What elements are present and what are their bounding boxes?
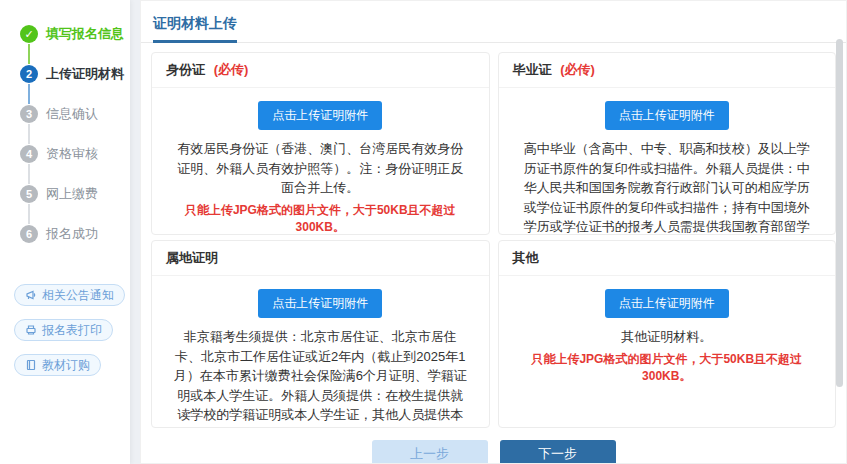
panel-header: 毕业证 (必传): [499, 53, 836, 88]
action-label: 相关公告通知: [42, 287, 114, 304]
upload-restriction-note: 只能上传JPG格式的图片文件，大于50KB且不超过300KB。: [172, 202, 469, 236]
order-textbooks-button[interactable]: 教材订购: [14, 354, 101, 376]
announcement-icon: [25, 289, 37, 301]
panel-body: 点击上传证明附件 高中毕业（含高中、中专、职高和技校）及以上学历证书原件的复印件…: [499, 88, 836, 235]
main-panel: 证明材料上传 身份证 (必传) 点击上传证明附件 有效居民身份证（香港、澳门、台…: [140, 0, 847, 464]
print-form-button[interactable]: 报名表打印: [14, 319, 113, 341]
book-icon: [25, 359, 37, 371]
action-label: 教材订购: [42, 357, 90, 374]
panel-idcard: 身份证 (必传) 点击上传证明附件 有效居民身份证（香港、澳门、台湾居民有效身份…: [151, 52, 490, 235]
panel-header: 其他: [499, 241, 836, 276]
panel-body: 点击上传证明附件 非京籍考生须提供：北京市居住证、北京市居住卡、北京市工作居住证…: [152, 276, 489, 428]
required-badge: (必传): [560, 62, 595, 77]
check-icon: ✓: [20, 25, 38, 43]
step-confirm-info: 3 信息确认: [0, 94, 130, 134]
page-title: 证明材料上传: [153, 15, 237, 43]
panel-body: 点击上传证明附件 其他证明材料。 只能上传JPG格式的图片文件，大于50KB且不…: [499, 276, 836, 385]
upload-idcard-button[interactable]: 点击上传证明附件: [258, 101, 382, 130]
panel-description: 非京籍考生须提供：北京市居住证、北京市居住卡、北京市工作居住证或近2年内（截止到…: [172, 327, 469, 428]
step-label: 网上缴费: [46, 185, 98, 203]
required-badge: (必传): [214, 62, 249, 77]
panel-header: 属地证明: [152, 241, 489, 276]
upload-other-button[interactable]: 点击上传证明附件: [605, 289, 729, 318]
scrollbar-thumb[interactable]: [836, 39, 843, 387]
upload-residence-button[interactable]: 点击上传证明附件: [258, 289, 382, 318]
panel-diploma: 毕业证 (必传) 点击上传证明附件 高中毕业（含高中、中专、职高和技校）及以上学…: [498, 52, 837, 235]
step-number: 6: [20, 225, 38, 243]
step-label: 报名成功: [46, 225, 98, 243]
prev-step-button[interactable]: 上一步: [372, 440, 488, 464]
main-header: 证明材料上传: [141, 1, 846, 43]
step-qualification-review: 4 资格审核: [0, 134, 130, 174]
panel-body: 点击上传证明附件 有效居民身份证（香港、澳门、台湾居民有效身份证明、外籍人员有效…: [152, 88, 489, 235]
step-number: 5: [20, 185, 38, 203]
step-number: 3: [20, 105, 38, 123]
step-registration-success: 6 报名成功: [0, 214, 130, 254]
step-label: 上传证明材料: [46, 65, 124, 83]
announcements-button[interactable]: 相关公告通知: [14, 284, 125, 306]
step-label: 填写报名信息: [46, 25, 124, 43]
step-number: 4: [20, 145, 38, 163]
panel-residence-proof: 属地证明 点击上传证明附件 非京籍考生须提供：北京市居住证、北京市居住卡、北京市…: [151, 240, 490, 428]
sidebar: ✓ 填写报名信息 2 上传证明材料 3 信息确认 4 资格审核 5 网上缴费 6…: [0, 0, 130, 464]
step-label: 资格审核: [46, 145, 98, 163]
panel-description: 其他证明材料。: [519, 327, 816, 347]
panel-header: 身份证 (必传): [152, 53, 489, 88]
action-label: 报名表打印: [42, 322, 102, 339]
wizard-footer: 上一步 下一步: [141, 440, 846, 464]
panel-title: 属地证明: [166, 250, 218, 265]
panel-title: 身份证: [166, 62, 205, 77]
sidebar-actions: 相关公告通知 报名表打印 教材订购: [0, 284, 130, 376]
next-step-button[interactable]: 下一步: [500, 440, 616, 464]
step-number: 2: [20, 65, 38, 83]
step-list: ✓ 填写报名信息 2 上传证明材料 3 信息确认 4 资格审核 5 网上缴费 6…: [0, 14, 130, 254]
panels-grid: 身份证 (必传) 点击上传证明附件 有效居民身份证（香港、澳门、台湾居民有效身份…: [141, 43, 846, 428]
panel-title: 其他: [513, 250, 539, 265]
panel-description: 高中毕业（含高中、中专、职高和技校）及以上学历证书原件的复印件或扫描件。外籍人员…: [519, 139, 816, 235]
step-online-payment: 5 网上缴费: [0, 174, 130, 214]
panel-description: 有效居民身份证（香港、澳门、台湾居民有效身份证明、外籍人员有效护照等）。注：身份…: [172, 139, 469, 198]
step-upload-materials: 2 上传证明材料: [0, 54, 130, 94]
upload-restriction-note: 只能上传JPG格式的图片文件，大于50KB且不超过300KB。: [519, 351, 816, 385]
panel-other: 其他 点击上传证明附件 其他证明材料。 只能上传JPG格式的图片文件，大于50K…: [498, 240, 837, 428]
step-fill-info: ✓ 填写报名信息: [0, 14, 130, 54]
upload-diploma-button[interactable]: 点击上传证明附件: [605, 101, 729, 130]
panel-title: 毕业证: [513, 62, 552, 77]
printer-icon: [25, 324, 37, 336]
step-label: 信息确认: [46, 105, 98, 123]
